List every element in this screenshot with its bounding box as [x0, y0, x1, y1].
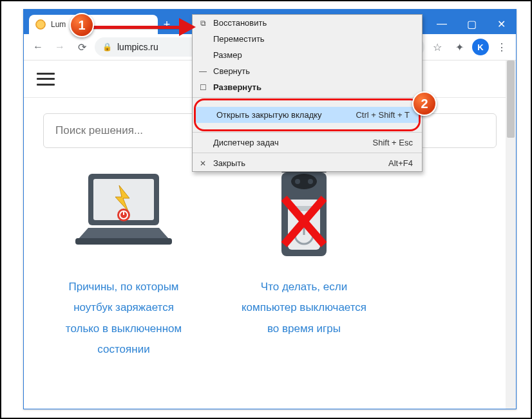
extensions-button[interactable]: ✦: [450, 38, 468, 56]
back-button[interactable]: ←: [29, 38, 47, 56]
menu-item-maximize[interactable]: ☐ Развернуть: [193, 79, 422, 95]
svg-point-15: [295, 179, 300, 184]
menu-separator: [193, 132, 422, 133]
menu-separator: [193, 153, 422, 153]
menu-item-task-manager[interactable]: Диспетчер задач Shift + Esc: [193, 135, 422, 151]
laptop-charging-icon: [56, 161, 191, 264]
article-title: Причины, по которым ноутбук заряжается т…: [56, 277, 191, 360]
svg-point-16: [308, 179, 313, 184]
article-card[interactable]: Что делать, если компьютер выключается в…: [236, 161, 372, 360]
menu-label: Открыть закрытую вкладку: [216, 110, 322, 120]
article-card[interactable]: Причины, по которым ноутбук заряжается т…: [56, 161, 191, 360]
window-controls: — ▢ ✕: [427, 14, 516, 34]
reload-button[interactable]: ⟳: [73, 38, 91, 56]
menu-label: Размер: [213, 50, 242, 60]
menu-item-restore[interactable]: ⧉ Восстановить: [193, 15, 422, 31]
minimize-button[interactable]: —: [427, 14, 457, 34]
svg-rect-7: [75, 238, 172, 245]
close-icon: ✕: [198, 159, 208, 168]
titlebar-context-menu: ⧉ Восстановить Переместить Размер — Свер…: [192, 14, 423, 172]
bookmark-star-button[interactable]: ☆: [428, 38, 446, 56]
restore-icon: ⧉: [198, 19, 208, 28]
menu-shortcut: Shift + Esc: [373, 138, 413, 147]
profile-avatar[interactable]: K: [472, 39, 489, 55]
menu-label: Свернуть: [213, 66, 250, 76]
scrollbar-thumb[interactable]: [507, 61, 515, 138]
maximize-button[interactable]: ▢: [457, 14, 486, 34]
annotation-step-2: 2: [412, 91, 437, 116]
menu-separator: [193, 97, 422, 98]
menu-label: Закрыть: [213, 158, 245, 168]
maximize-icon: ☐: [198, 83, 208, 92]
favicon-icon: [35, 19, 46, 30]
vertical-scrollbar[interactable]: [506, 61, 516, 409]
menu-label: Восстановить: [213, 18, 267, 28]
menu-item-move[interactable]: Переместить: [193, 31, 422, 47]
article-title: Что делать, если компьютер выключается в…: [236, 277, 372, 339]
minimize-icon: —: [198, 67, 208, 76]
chrome-menu-button[interactable]: ⋮: [493, 38, 511, 56]
menu-item-close[interactable]: ✕ Закрыть Alt+F4: [193, 155, 422, 171]
menu-label: Диспетчер задач: [213, 138, 279, 147]
menu-label: Переместить: [213, 34, 265, 44]
lock-icon: 🔒: [102, 42, 112, 51]
tab-title: Lum: [51, 20, 66, 29]
menu-item-size[interactable]: Размер: [193, 47, 422, 63]
article-cards: Причины, по которым ноутбук заряжается т…: [24, 154, 516, 366]
highlight-frame: Открыть закрытую вкладку Ctrl + Shift + …: [194, 98, 421, 131]
url-text: lumpics.ru: [117, 42, 158, 52]
menu-shortcut: Ctrl + Shift + T: [356, 110, 410, 120]
menu-item-hidden-top: [196, 102, 419, 107]
menu-item-reopen-closed-tab[interactable]: Открыть закрытую вкладку Ctrl + Shift + …: [196, 107, 419, 123]
pc-tower-icon: [236, 161, 372, 264]
new-tab-button[interactable]: +: [158, 15, 176, 34]
hamburger-menu-button[interactable]: [37, 73, 55, 86]
close-window-button[interactable]: ✕: [486, 14, 516, 34]
menu-item-hidden-bottom: [196, 123, 419, 128]
svg-marker-6: [78, 228, 169, 239]
annotation-step-1: 1: [70, 13, 94, 37]
menu-label: Развернуть: [213, 82, 261, 92]
forward-button[interactable]: →: [51, 38, 69, 56]
menu-shortcut: Alt+F4: [388, 158, 413, 168]
toolbar-extensions: ☆ ✦ K ⋮: [428, 38, 511, 56]
menu-item-minimize[interactable]: — Свернуть: [193, 63, 422, 79]
